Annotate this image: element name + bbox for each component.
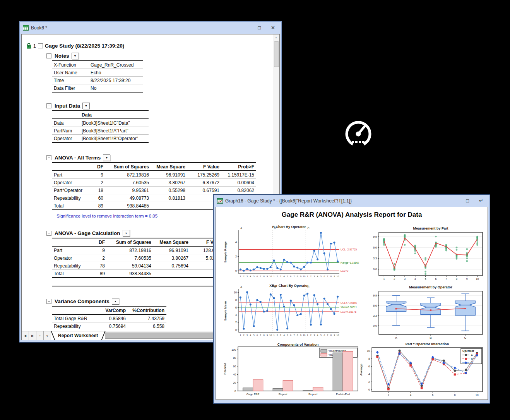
svg-text:3: 3 bbox=[313, 275, 315, 278]
table-cell: 0.81813 bbox=[151, 194, 187, 202]
maximize-button[interactable]: □ bbox=[258, 25, 261, 30]
table-cell: 175.25269 bbox=[187, 171, 221, 179]
svg-text:4: 4 bbox=[235, 241, 237, 243]
report-table: VarComp%ContributionTotal Gage R&R0.8584… bbox=[52, 306, 166, 331]
svg-text:7: 7 bbox=[327, 275, 328, 278]
svg-text:4: 4 bbox=[250, 275, 252, 278]
dock-button[interactable]: ↵ bbox=[479, 198, 483, 203]
table-cell: Part bbox=[52, 246, 91, 254]
sheet-list-button[interactable]: ∨ bbox=[44, 331, 51, 340]
dropdown-arrow-icon[interactable]: ▼ bbox=[72, 53, 79, 59]
sheet-nav-right-button[interactable]: ▶ bbox=[29, 331, 36, 340]
svg-text:8: 8 bbox=[235, 299, 237, 302]
table-cell bbox=[153, 270, 190, 278]
table-row: X-FunctionGage_RnR_Crossed bbox=[52, 61, 143, 69]
svg-text:2: 2 bbox=[368, 381, 370, 383]
table-cell: 0.67591 bbox=[187, 187, 221, 194]
svg-text:9: 9 bbox=[334, 275, 335, 278]
table-header-row: DFSum of SquaresMean SquareF ValueProb>F bbox=[52, 163, 256, 171]
svg-text:C: C bbox=[307, 226, 310, 230]
input-data-table: DataData[Book3]Sheet1!C"Data"PartNum[Boo… bbox=[52, 110, 273, 143]
svg-text:10: 10 bbox=[476, 278, 479, 280]
graph16-titlebar[interactable]: Graph16 - Gage Study * - {[Book6]"Report… bbox=[214, 195, 489, 206]
table-cell: Part*Operator bbox=[52, 187, 89, 194]
svg-text:4: 4 bbox=[368, 373, 370, 375]
sheet-nav-left-button[interactable]: ◀ bbox=[22, 331, 29, 340]
collapse-icon[interactable]: – bbox=[46, 155, 51, 160]
svg-text:10: 10 bbox=[303, 334, 305, 336]
control-chart-svg: XBar Chart By OperatorSample MeanABCUCL=… bbox=[222, 283, 363, 341]
close-button[interactable]: ✕ bbox=[271, 25, 275, 30]
report-title-text: Gage Study (8/22/2025 17:39:20) bbox=[45, 43, 125, 49]
section-label-anova-all: ANOVA - All Terms bbox=[55, 155, 101, 161]
collapse-icon[interactable]: – bbox=[38, 43, 43, 48]
svg-text:10: 10 bbox=[303, 275, 305, 278]
lock-icon[interactable] bbox=[26, 43, 31, 49]
minimize-button[interactable]: – bbox=[453, 198, 456, 203]
svg-text:2: 2 bbox=[243, 275, 244, 278]
maximize-button[interactable]: □ bbox=[466, 198, 469, 203]
svg-text:4: 4 bbox=[317, 275, 318, 278]
measurement-by-part-chart[interactable]: Measurement by Part0.03.36.69.9123456789… bbox=[367, 226, 486, 285]
scatter-chart-svg: Measurement by Part0.03.36.69.9123456789… bbox=[367, 226, 486, 283]
table-cell: Data Filter bbox=[52, 84, 89, 93]
collapse-icon[interactable]: – bbox=[46, 53, 51, 58]
column-header: Sum of Squares bbox=[105, 163, 151, 171]
column-header: VarComp bbox=[98, 306, 128, 314]
part-operator-interaction-chart[interactable]: Part * Operator InteractionAverage024681… bbox=[359, 342, 486, 401]
collapse-icon[interactable]: – bbox=[46, 231, 51, 236]
svg-text:4: 4 bbox=[250, 334, 252, 336]
svg-text:7: 7 bbox=[327, 334, 328, 336]
table-cell: Total Gage R&R bbox=[52, 314, 98, 322]
scroll-up-icon[interactable]: ▲ bbox=[273, 34, 279, 40]
box-chart-svg: Measurement by Operator0.03.36.69.9ABC bbox=[367, 285, 486, 342]
svg-text:1: 1 bbox=[240, 275, 241, 278]
svg-text:Part-to-Part: Part-to-Part bbox=[336, 393, 350, 396]
svg-text:4: 4 bbox=[317, 334, 318, 336]
minimize-button[interactable]: – bbox=[245, 25, 248, 30]
table-cell: 872.19816 bbox=[107, 246, 153, 254]
scrollbar-thumb[interactable] bbox=[274, 41, 279, 67]
table-cell: 3.80267 bbox=[153, 254, 190, 262]
svg-text:6: 6 bbox=[290, 334, 291, 336]
table-row: PartNum[Book3]Sheet1!A"Part" bbox=[52, 127, 149, 135]
graph16-body: Gage R&R (ANOVA) Analysis Report for Dat… bbox=[216, 207, 488, 400]
table-row: Repeatability7859.041340.75694 bbox=[52, 262, 224, 270]
sheet-tab-report-worksheet[interactable]: Report Worksheet bbox=[51, 331, 105, 340]
svg-text:6: 6 bbox=[257, 334, 258, 336]
column-header: Mean Square bbox=[151, 163, 187, 171]
dropdown-arrow-icon[interactable]: ▼ bbox=[82, 103, 90, 109]
svg-text:C: C bbox=[307, 285, 310, 289]
svg-text:6: 6 bbox=[323, 275, 325, 278]
measurement-by-operator-chart[interactable]: Measurement by Operator0.03.36.69.9ABC bbox=[367, 285, 486, 344]
dropdown-arrow-icon[interactable]: ▼ bbox=[112, 298, 119, 305]
svg-text:9.9: 9.9 bbox=[373, 294, 377, 297]
svg-text:Measurement by Part: Measurement by Part bbox=[413, 226, 448, 230]
svg-text:7: 7 bbox=[293, 334, 294, 336]
svg-text:1: 1 bbox=[273, 275, 274, 278]
dropdown-arrow-icon[interactable]: ▼ bbox=[103, 154, 110, 161]
dropdown-arrow-icon[interactable]: ▼ bbox=[123, 230, 130, 237]
svg-text:0: 0 bbox=[235, 269, 237, 272]
sheet-add-button[interactable]: + bbox=[36, 331, 44, 340]
r-chart[interactable]: R Chart By OperatorSample RangeABCUCL=2.… bbox=[222, 225, 363, 283]
svg-text:8: 8 bbox=[297, 334, 298, 336]
svg-text:9: 9 bbox=[300, 275, 301, 278]
collapse-icon[interactable]: – bbox=[46, 299, 51, 304]
svg-text:8: 8 bbox=[456, 278, 457, 280]
table-row: Total Gage R&R0.858467.43759 bbox=[52, 314, 166, 322]
svg-text:1: 1 bbox=[383, 278, 385, 280]
collapse-icon[interactable]: – bbox=[46, 103, 51, 108]
table-cell: 0.75694 bbox=[153, 262, 190, 270]
svg-text:10: 10 bbox=[476, 394, 479, 396]
svg-text:B: B bbox=[430, 336, 431, 339]
xbar-chart[interactable]: XBar Chart By OperatorSample MeanABCUCL=… bbox=[222, 283, 363, 342]
table-cell: 938.84485 bbox=[105, 202, 151, 210]
svg-text:0.0: 0.0 bbox=[373, 268, 377, 271]
svg-text:3: 3 bbox=[246, 334, 248, 336]
svg-text:10: 10 bbox=[234, 291, 237, 294]
book6-titlebar[interactable]: Book6 * – □ ✕ bbox=[20, 22, 281, 34]
svg-text:8: 8 bbox=[297, 275, 298, 278]
components-of-variation-chart[interactable]: Components of VariationPercent0204060801… bbox=[222, 342, 363, 401]
svg-text:2: 2 bbox=[394, 278, 395, 280]
